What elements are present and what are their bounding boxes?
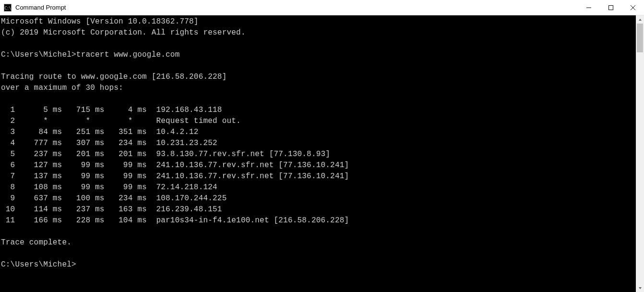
window-title: Command Prompt (15, 4, 66, 11)
command-prompt-window: C:\ Command Prompt Microsoft Windows [Ve… (0, 0, 644, 292)
window-controls (578, 0, 644, 15)
titlebar[interactable]: C:\ Command Prompt (0, 0, 644, 15)
svg-rect-1 (609, 5, 613, 10)
terminal-output[interactable]: Microsoft Windows [Version 10.0.18362.77… (0, 15, 636, 292)
maximize-icon (608, 5, 613, 10)
svg-marker-5 (639, 287, 642, 289)
scrollbar-track[interactable] (636, 24, 644, 284)
maximize-button[interactable] (600, 0, 622, 15)
chevron-down-icon (638, 286, 642, 290)
minimize-icon (586, 5, 591, 10)
cmd-icon: C:\ (4, 4, 12, 12)
scrollbar-thumb[interactable] (637, 24, 643, 52)
chevron-up-icon (638, 18, 642, 22)
minimize-button[interactable] (578, 0, 600, 15)
scrollbar-down-button[interactable] (636, 284, 644, 292)
vertical-scrollbar[interactable] (636, 15, 644, 292)
svg-marker-4 (639, 19, 642, 21)
body-area: Microsoft Windows [Version 10.0.18362.77… (0, 15, 644, 292)
close-icon (631, 5, 635, 10)
scrollbar-up-button[interactable] (636, 15, 644, 24)
close-button[interactable] (622, 0, 644, 15)
